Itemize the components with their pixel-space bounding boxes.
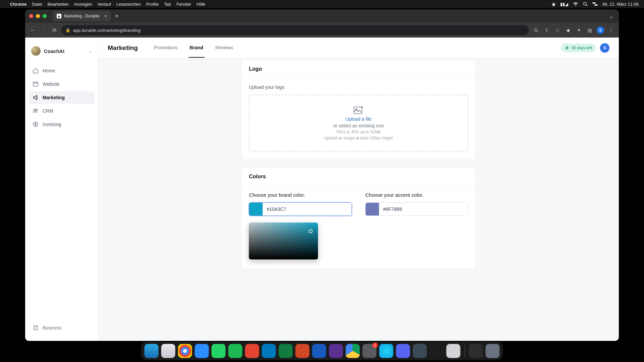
browser-toolbar: ← → ⟳ 🔒 app.durable.co/marketing/brandin… (25, 23, 488, 38)
tab-bar: ◆ Marketing - Durable × + ⌄ (25, 9, 488, 23)
tab-title: Marketing - Durable (64, 14, 99, 18)
home-icon (33, 68, 39, 74)
menu-bearbeiten[interactable]: Bearbeiten (47, 2, 68, 7)
brand-color-input[interactable] (249, 202, 352, 216)
menu-verlauf[interactable]: Verlauf (98, 2, 111, 7)
content: Logo Upload your logo. Upload a file or … (98, 58, 488, 274)
menubar-app[interactable]: Chrome (10, 2, 26, 7)
new-tab-button[interactable]: + (115, 12, 119, 20)
maximize-window-icon[interactable] (43, 14, 47, 18)
image-add-icon (353, 106, 364, 115)
sidebar-item-label: Website (43, 81, 59, 87)
users-icon (33, 108, 39, 114)
menu-lesezeichen[interactable]: Lesezeichen (116, 2, 141, 7)
accent-color-field[interactable] (379, 203, 468, 216)
logo-card: Logo Upload your logo. Upload a file or … (241, 60, 476, 160)
chrome-window: ◆ Marketing - Durable × + ⌄ ← → ⟳ 🔒 app.… (25, 9, 488, 274)
url-text: app.durable.co/marketing/branding (73, 28, 141, 33)
sidebar-item-label: Invoicing (43, 122, 61, 127)
color-picker-handle[interactable] (309, 229, 313, 233)
sidebar-item-label: CRM (43, 108, 53, 114)
colors-card: Colors Choose your brand color. (241, 167, 476, 269)
tab-promotions[interactable]: Promotions (153, 38, 179, 58)
megaphone-icon (33, 95, 39, 101)
menu-tab[interactable]: Tab (164, 2, 171, 7)
sidebar-item-label: Home (43, 68, 55, 73)
sidebar-item-label: Marketing (43, 95, 65, 100)
browser-tab[interactable]: ◆ Marketing - Durable × (53, 11, 111, 21)
upload-file-link[interactable]: Upload a file (345, 116, 372, 122)
workspace-switcher[interactable]: CoachAI ⌄ (29, 44, 95, 62)
logo-card-title: Logo (241, 60, 476, 78)
tab-reviews[interactable]: Reviews (214, 38, 234, 58)
logo-upload-subtitle: Upload your logo. (249, 84, 468, 90)
window-controls[interactable] (29, 14, 47, 18)
svg-rect-4 (33, 82, 38, 86)
brand-color-section: Choose your brand color. (249, 192, 352, 259)
sidebar-item-home[interactable]: Home (29, 64, 95, 77)
mac-menubar: Chrome Datei Bearbeiten Anzeigen Verlauf… (0, 0, 488, 8)
nav-list: Home Website Marketing CRM Invoicing (29, 64, 95, 131)
sidebar-item-crm[interactable]: CRM (29, 105, 95, 117)
topbar: Marketing Promotions Brand Reviews 30 da… (98, 38, 488, 58)
svg-point-7 (36, 109, 38, 111)
color-picker[interactable] (249, 223, 318, 259)
minimize-window-icon[interactable] (36, 14, 40, 18)
menu-fenster[interactable]: Fenster (176, 2, 191, 7)
svg-rect-14 (354, 107, 362, 114)
close-window-icon[interactable] (29, 14, 33, 18)
main: Marketing Promotions Brand Reviews 30 da… (98, 38, 488, 274)
logo-dropzone[interactable]: Upload a file or select an existing one … (249, 95, 468, 152)
upload-hint-1: PNG or JPG up to 32MB (336, 130, 380, 134)
back-button[interactable]: ← (29, 27, 37, 33)
accent-color-input[interactable] (365, 202, 468, 216)
forward-button[interactable]: → (40, 27, 47, 33)
upload-hint-2: Upload an image at least 100px height (324, 136, 393, 140)
dollar-icon (33, 121, 39, 127)
menu-datei[interactable]: Datei (32, 2, 42, 7)
menu-profile[interactable]: Profile (146, 2, 159, 7)
favicon-icon: ◆ (57, 14, 61, 18)
address-bar[interactable]: 🔒 app.durable.co/marketing/branding (61, 25, 488, 35)
brand-color-field[interactable] (263, 203, 352, 216)
sidebar-item-marketing[interactable]: Marketing (29, 91, 95, 104)
close-tab-icon[interactable]: × (104, 13, 107, 19)
workspace-name: CoachAI (44, 48, 85, 54)
accent-color-swatch[interactable] (366, 203, 379, 216)
menu-anzeigen[interactable]: Anzeigen (74, 2, 92, 7)
upload-or-text: or select an existing one (333, 123, 384, 128)
sidebar-item-invoicing[interactable]: Invoicing (29, 118, 95, 131)
colors-card-title: Colors (241, 168, 476, 186)
chevron-down-icon: ⌄ (89, 49, 92, 53)
brand-color-swatch[interactable] (249, 203, 263, 216)
sidebar: CoachAI ⌄ Home Website Marketing (25, 38, 98, 274)
lock-icon: 🔒 (65, 28, 70, 33)
brand-color-label: Choose your brand color. (249, 192, 352, 198)
app-body: CoachAI ⌄ Home Website Marketing (25, 38, 488, 274)
website-icon (33, 81, 39, 87)
accent-color-label: Choose your accent color. (365, 192, 468, 198)
svg-point-15 (356, 109, 357, 110)
tab-brand[interactable]: Brand (189, 38, 205, 58)
workspace-logo-icon (31, 46, 41, 56)
accent-color-section: Choose your accent color. (365, 192, 468, 259)
sidebar-item-website[interactable]: Website (29, 78, 95, 90)
svg-point-6 (34, 109, 36, 111)
menu-hilfe[interactable]: Hilfe (197, 2, 205, 7)
reload-button[interactable]: ⟳ (51, 27, 58, 34)
page-title: Marketing (108, 44, 138, 52)
